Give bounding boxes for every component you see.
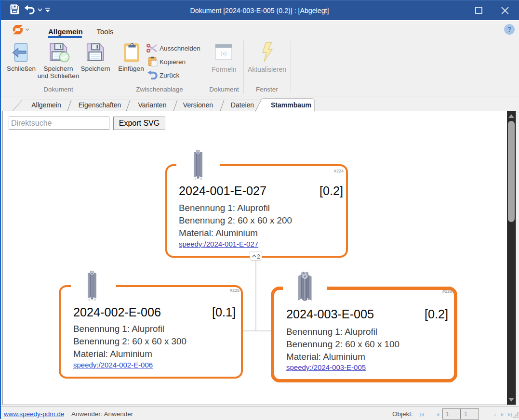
svg-text:(x): (x) (221, 51, 227, 56)
